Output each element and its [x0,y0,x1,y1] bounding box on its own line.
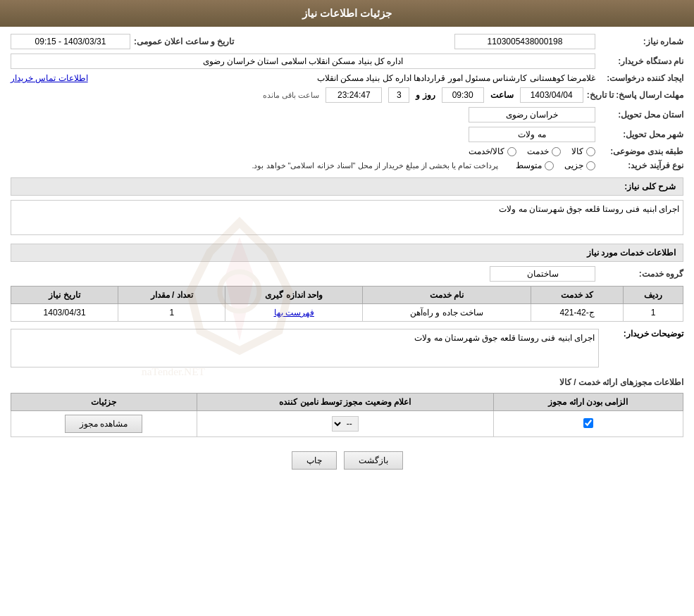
col-row-num: ردیف [624,287,683,304]
back-button[interactable]: بازگشت [344,451,403,470]
table-row: 1 ج-42-421 ساخت جاده و راه‌آهن فهرست بها… [11,304,683,322]
purchase-partial-item: جزیی [564,161,595,170]
category-service-radio[interactable] [552,147,561,156]
requester-value: غلامرضا کوهستانی کارشناس مسئول امور قرار… [97,73,595,83]
need-description-section: شرح کلی نیاز: [11,177,683,196]
cell-date: 1403/04/31 [11,304,118,322]
category-label: طبقه بندی موضوعی: [599,146,683,156]
buyer-org-row: نام دستگاه خریدار: اداره کل بنیاد مسکن ا… [11,54,683,69]
requester-label: ایجاد کننده درخواست: [599,73,683,83]
buyer-org-label: نام دستگاه خریدار: [599,56,683,66]
deadline-label: مهلت ارسال پاسخ: تا تاریخ: [587,90,683,100]
category-goods-service-item: کالا/خدمت [469,146,516,156]
buyer-description-label: توضیحات خریدار: [599,329,683,367]
province-label: استان محل تحویل: [599,110,683,120]
permits-col-status: اعلام وضعیت مجوز توسط نامین کننده [197,394,493,411]
requester-row: ایجاد کننده درخواست: غلامرضا کوهستانی کا… [11,73,683,83]
announce-label: تاریخ و ساعت اعلان عمومی: [134,37,234,46]
deadline-row: مهلت ارسال پاسخ: تا تاریخ: 1403/04/04 سا… [11,87,683,103]
purchase-type-label: نوع فرآیند خرید: [599,161,683,170]
category-goods-label: کالا [571,146,583,156]
city-label: شهر محل تحویل: [599,130,683,139]
col-date: تاریخ نیاز [11,287,118,304]
page-header: جزئیات اطلاعات نیاز [0,0,694,27]
category-row: طبقه بندی موضوعی: کالا خدمت کالا/خدمت [11,146,683,156]
permits-col-details: جزئیات [11,394,197,411]
deadline-time-value: 09:30 [442,87,484,103]
services-section-title: اطلاعات خدمات مورد نیاز [11,244,683,262]
city-row: شهر محل تحویل: مه ولات [11,127,683,142]
col-count: تعداد / مقدار [118,287,225,304]
province-row: استان محل تحویل: خراسان رضوی [11,107,683,122]
deadline-day-label: روز و [416,90,435,100]
category-service-item: خدمت [527,146,561,156]
cell-code: ج-42-421 [531,304,624,322]
permit-mandatory-checkbox[interactable] [583,418,593,428]
permits-table-header: الزامی بودن ارائه مجوز اعلام وضعیت مجوز … [11,394,683,411]
category-goods-radio[interactable] [586,147,595,156]
category-service-label: خدمت [527,146,549,156]
deadline-day-value: 3 [388,87,409,103]
purchase-note: پرداخت تمام یا بخشی از مبلغ خریدار از مح… [252,161,498,170]
footer-buttons: بازگشت چاپ [11,451,683,470]
remaining-time-value: 23:24:47 [326,87,382,103]
view-permit-button[interactable]: مشاهده مجوز [65,415,142,433]
permits-table: الزامی بودن ارائه مجوز اعلام وضعیت مجوز … [11,393,683,437]
deadline-date: 1403/04/04 [520,87,583,103]
permit-details-cell: مشاهده مجوز [11,411,197,437]
cell-name: ساخت جاده و راه‌آهن [363,304,531,322]
unit-link[interactable]: فهرست بها [274,308,314,318]
need-description-value: اجرای ابنیه فنی روستا قلعه جوق شهرستان م… [11,200,683,235]
col-unit: واحد اندازه گیری [225,287,363,304]
services-table: ردیف کد خدمت نام خدمت واحد اندازه گیری ت… [11,286,683,322]
cell-count: 1 [118,304,225,322]
category-radio-group: کالا خدمت کالا/خدمت [469,146,595,156]
need-number-label: شماره نیاز: [599,37,683,46]
list-item: -- مشاهده مجوز [11,411,683,437]
announce-value: 1403/03/31 - 09:15 [11,34,130,49]
service-group-row: گروه خدمت: ساختمان [11,266,683,282]
need-number-value: 1103005438000198 [454,34,595,49]
need-number-row: شماره نیاز: 1103005438000198 تاریخ و ساع… [11,34,683,49]
content-area: AnaTender.NET شماره نیاز: 11030054380001… [0,27,694,491]
purchase-type-radio-group: جزیی متوسط پرداخت تمام یا بخشی از مبلغ خ… [252,161,595,170]
category-goods-service-radio[interactable] [507,147,516,156]
col-service-code: کد خدمت [531,287,624,304]
category-goods-item: کالا [571,146,595,156]
service-group-value: ساختمان [490,266,595,282]
purchase-type-row: نوع فرآیند خرید: جزیی متوسط پرداخت تمام … [11,161,683,170]
service-group-label: گروه خدمت: [599,269,683,279]
permit-mandatory-cell [493,411,683,437]
purchase-medium-item: متوسط [516,161,554,170]
contact-link[interactable]: اطلاعات تماس خریدار [11,73,88,83]
buyer-description-value: اجرای ابنیه فنی روستا قلعه جوق شهرستان م… [11,329,599,367]
permit-status-cell: -- [197,411,493,437]
need-description-label: شرح کلی نیاز: [624,182,676,191]
buyer-description-row: توضیحات خریدار: اجرای ابنیه فنی روستا قل… [11,329,683,367]
city-value: مه ولات [469,127,595,142]
deadline-time-label: ساعت [490,90,514,100]
page-title: جزئیات اطلاعات نیاز [302,7,392,19]
purchase-medium-label: متوسط [516,161,542,170]
need-description-box: اجرای ابنیه فنی روستا قلعه جوق شهرستان م… [11,200,683,235]
permit-status-select[interactable]: -- [332,416,359,432]
purchase-partial-label: جزیی [564,161,583,170]
province-value: خراسان رضوی [469,107,595,122]
col-service-name: نام خدمت [363,287,531,304]
print-button[interactable]: چاپ [292,451,337,470]
cell-unit: فهرست بها [225,304,363,322]
permits-section-title: اطلاعات مجوزهای ارائه خدمت / کالا [11,377,683,387]
purchase-partial-radio[interactable] [586,161,595,170]
category-goods-service-label: کالا/خدمت [469,146,504,156]
purchase-medium-radio[interactable] [545,161,554,170]
permits-col-mandatory: الزامی بودن ارائه مجوز [493,394,683,411]
cell-row-num: 1 [624,304,683,322]
services-table-header: ردیف کد خدمت نام خدمت واحد اندازه گیری ت… [11,287,683,304]
remaining-time-label: ساعت باقی مانده [263,91,319,100]
buyer-org-value: اداره کل بنیاد مسکن انقلاب اسلامی استان … [11,54,595,69]
